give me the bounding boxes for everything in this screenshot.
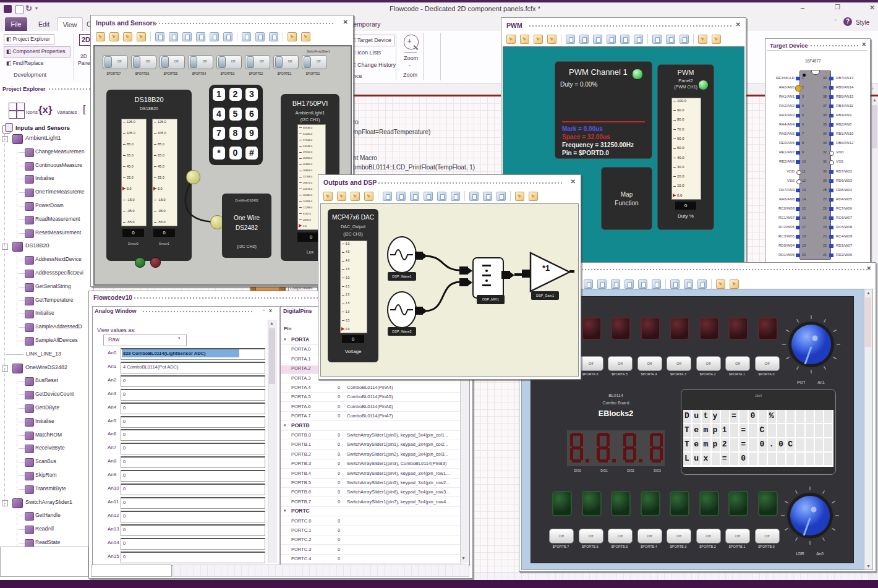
svg-text:*1: *1	[542, 263, 550, 273]
